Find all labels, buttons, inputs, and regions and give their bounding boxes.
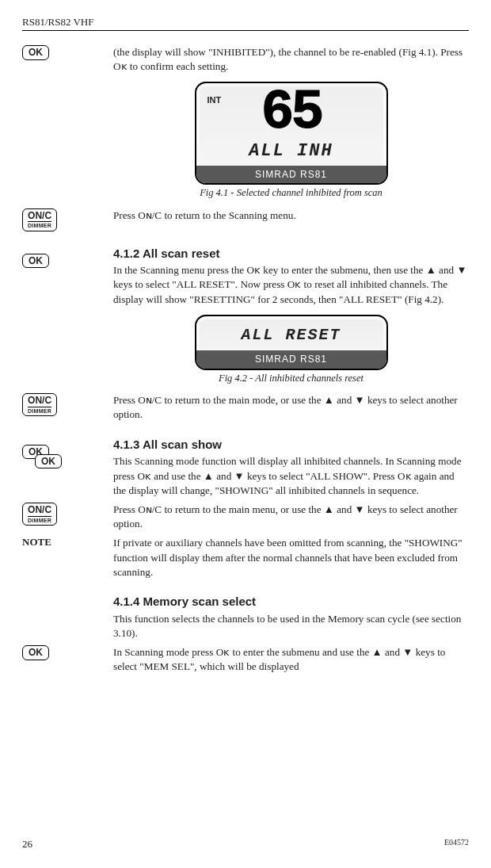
- ok-button-icon: OK: [22, 45, 49, 60]
- lcd-footer-label: SIMRAD RS81: [196, 350, 386, 369]
- onc-label: ON/C: [28, 211, 51, 221]
- lcd-text-line: ALL INH: [204, 140, 379, 163]
- stacked-ok-icons: OK OK: [22, 445, 70, 476]
- body-414a: This function selects the channels to be…: [113, 612, 469, 640]
- paragraph-intro: (the display will show "INHIBITED"), the…: [113, 45, 469, 74]
- page-number: 26: [22, 838, 32, 851]
- ok-label: OK: [41, 457, 55, 467]
- dimmer-sublabel: DIMMER: [28, 407, 51, 414]
- lcd-display-fig42: ALL RESET SIMRAD RS81: [195, 315, 388, 370]
- paragraph-return-mainmenu: Press Oɴ/C to return to the main menu, o…: [113, 503, 469, 531]
- onc-button-icon: ON/C DIMMER: [22, 503, 57, 526]
- note-body: If private or auxiliary channels have be…: [113, 536, 469, 579]
- heading-414: 4.1.4 Memory scan select: [113, 594, 469, 610]
- dimmer-sublabel: DIMMER: [28, 221, 51, 228]
- dimmer-sublabel: DIMMER: [28, 516, 51, 523]
- ok-label: OK: [29, 256, 43, 266]
- ok-label: OK: [29, 48, 43, 58]
- fig42-caption: Fig 4.2 - All inhibited channels reset: [113, 372, 469, 385]
- document-number: E04572: [444, 838, 469, 851]
- page-footer: 26 E04572: [22, 838, 469, 851]
- heading-412: 4.1.2 All scan reset: [113, 246, 469, 262]
- ok-label: OK: [29, 648, 43, 658]
- channel-number: 65: [204, 88, 379, 138]
- onc-label: ON/C: [28, 396, 51, 406]
- body-412: In the Scanning menu press the Oᴋ key to…: [113, 263, 469, 307]
- lcd-footer-label: SIMRAD RS81: [196, 166, 386, 184]
- body-413: This Scanning mode function will display…: [113, 454, 469, 498]
- manual-page: RS81/RS82 VHF OK (the display will show …: [0, 0, 491, 868]
- paragraph-return-mainmode: Press Oɴ/C to return to the main mode, o…: [113, 393, 469, 422]
- int-indicator: INT: [207, 94, 222, 106]
- onc-button-icon: ON/C DIMMER: [22, 208, 57, 231]
- model-label: RS81/RS82 VHF: [22, 16, 93, 28]
- page-header: RS81/RS82 VHF: [22, 16, 469, 31]
- fig41-caption: Fig 4.1 - Selected channel inhibited fro…: [113, 186, 469, 200]
- lcd-display-fig41: INT 65 ALL INH SIMRAD RS81: [195, 82, 388, 185]
- paragraph-return-scanning: Press Oɴ/C to return to the Scanning men…: [113, 208, 469, 223]
- onc-label: ON/C: [28, 505, 51, 515]
- ok-button-icon: OK: [35, 454, 62, 469]
- heading-413: 4.1.3 All scan show: [113, 437, 469, 453]
- ok-button-icon: OK: [22, 645, 49, 660]
- lcd-text-line: ALL RESET: [204, 324, 379, 346]
- body-414b: In Scanning mode press Oᴋ to enter the s…: [113, 645, 469, 674]
- onc-button-icon: ON/C DIMMER: [22, 393, 57, 416]
- ok-button-icon: OK: [22, 254, 49, 269]
- note-label: NOTE: [22, 536, 113, 549]
